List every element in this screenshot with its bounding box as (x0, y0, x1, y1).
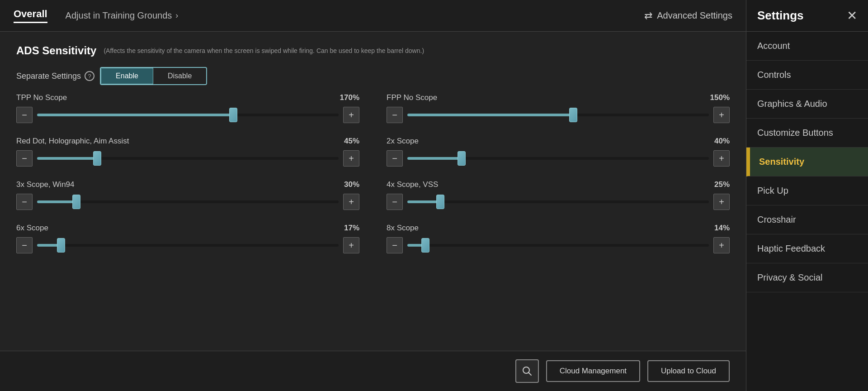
slider-value: 45% (344, 137, 359, 146)
sidebar-item-sensitivity[interactable]: Sensitivity (746, 148, 868, 176)
sidebar-item-crosshair[interactable]: Crosshair (746, 205, 868, 234)
slider-thumb[interactable] (57, 238, 65, 253)
slider-increase-btn[interactable]: + (713, 194, 730, 210)
slider-track[interactable] (37, 114, 339, 116)
advanced-settings-btn[interactable]: ⇄ Advanced Settings (644, 10, 732, 22)
chevron-right-icon: › (175, 11, 178, 20)
sidebar-item-pick-up[interactable]: Pick Up (746, 176, 868, 205)
slider-increase-btn[interactable]: + (713, 150, 730, 167)
slider-increase-btn[interactable]: + (343, 237, 359, 253)
slider-item: 6x Scope 17% − + (16, 224, 359, 253)
slider-increase-btn[interactable]: + (343, 194, 359, 210)
sidebar: Settings ✕ AccountControlsGraphics & Aud… (746, 0, 868, 391)
slider-header: 2x Scope 40% (387, 137, 730, 146)
sidebar-item-account[interactable]: Account (746, 32, 868, 61)
disable-toggle[interactable]: Disable (153, 68, 206, 84)
slider-thumb[interactable] (229, 108, 237, 122)
slider-decrease-btn[interactable]: − (16, 107, 33, 123)
sidebar-item-graphics---audio[interactable]: Graphics & Audio (746, 90, 868, 119)
slider-item: 8x Scope 14% − + (387, 224, 730, 253)
sidebar-item-customize-buttons[interactable]: Customize Buttons (746, 119, 868, 148)
tab-overall[interactable]: Overall (14, 8, 47, 23)
slider-item: TPP No Scope 170% − + (16, 93, 359, 123)
slider-track[interactable] (407, 114, 709, 116)
slider-track[interactable] (407, 200, 709, 203)
separate-settings-row: Separate Settings ? Enable Disable (16, 67, 730, 85)
slider-track[interactable] (37, 200, 339, 203)
slider-row: − + (16, 237, 359, 253)
sidebar-header: Settings ✕ (746, 0, 868, 32)
enable-toggle[interactable]: Enable (101, 68, 153, 84)
search-button[interactable] (515, 359, 539, 383)
sidebar-items-container: AccountControlsGraphics & AudioCustomize… (746, 32, 868, 292)
section-title: ADS Sensitivity (Affects the sensitivity… (16, 44, 730, 57)
sidebar-item-haptic-feedback[interactable]: Haptic Feedback (746, 234, 868, 263)
info-icon[interactable]: ? (85, 71, 94, 81)
slider-track[interactable] (37, 157, 339, 160)
slider-row: − + (16, 194, 359, 210)
slider-label: 3x Scope, Win94 (16, 180, 75, 189)
slider-thumb[interactable] (458, 151, 466, 166)
slider-increase-btn[interactable]: + (713, 237, 730, 253)
slider-label: TPP No Scope (16, 93, 67, 102)
slider-decrease-btn[interactable]: − (16, 150, 33, 167)
slider-track[interactable] (407, 157, 709, 160)
svg-line-1 (528, 373, 531, 376)
slider-increase-btn[interactable]: + (343, 150, 359, 167)
slider-value: 40% (714, 137, 730, 146)
slider-decrease-btn[interactable]: − (387, 194, 403, 210)
slider-value: 170% (340, 93, 359, 102)
slider-thumb[interactable] (72, 195, 80, 209)
slider-header: 4x Scope, VSS 25% (387, 180, 730, 189)
slider-decrease-btn[interactable]: − (387, 237, 403, 253)
sidebar-title: Settings (757, 9, 804, 23)
slider-decrease-btn[interactable]: − (387, 107, 403, 123)
slider-thumb[interactable] (421, 238, 429, 253)
slider-track[interactable] (407, 244, 709, 247)
slider-value: 30% (344, 180, 359, 189)
slider-item: 2x Scope 40% − + (387, 137, 730, 167)
separate-settings-label: Separate Settings ? (16, 71, 94, 81)
slider-header: 8x Scope 14% (387, 224, 730, 233)
slider-header: Red Dot, Holographic, Aim Assist 45% (16, 137, 359, 146)
slider-header: 3x Scope, Win94 30% (16, 180, 359, 189)
close-button[interactable]: ✕ (847, 10, 857, 22)
slider-label: 4x Scope, VSS (387, 180, 438, 189)
bottom-bar: Cloud Management Upload to Cloud (0, 351, 746, 391)
slider-track[interactable] (37, 244, 339, 247)
upload-to-cloud-button[interactable]: Upload to Cloud (647, 360, 730, 382)
slider-decrease-btn[interactable]: − (387, 150, 403, 167)
toggle-group: Enable Disable (100, 67, 207, 85)
slider-value: 14% (714, 224, 730, 233)
slider-decrease-btn[interactable]: − (16, 194, 33, 210)
slider-row: − + (387, 194, 730, 210)
slider-item: FPP No Scope 150% − + (387, 93, 730, 123)
slider-row: − + (387, 107, 730, 123)
sidebar-item-privacy---social[interactable]: Privacy & Social (746, 263, 868, 292)
slider-label: 2x Scope (387, 137, 419, 146)
slider-value: 150% (710, 93, 730, 102)
slider-decrease-btn[interactable]: − (16, 237, 33, 253)
slider-item: 4x Scope, VSS 25% − + (387, 180, 730, 210)
slider-row: − + (387, 237, 730, 253)
slider-value: 17% (344, 224, 359, 233)
sidebar-item-controls[interactable]: Controls (746, 61, 868, 90)
cloud-management-button[interactable]: Cloud Management (546, 360, 640, 382)
slider-increase-btn[interactable]: + (343, 107, 359, 123)
slider-thumb[interactable] (569, 108, 577, 122)
slider-thumb[interactable] (93, 151, 101, 166)
slider-header: TPP No Scope 170% (16, 93, 359, 102)
main-content: Overall Adjust in Training Grounds › ⇄ A… (0, 0, 746, 391)
top-nav: Overall Adjust in Training Grounds › ⇄ A… (0, 0, 746, 32)
swap-icon: ⇄ (644, 10, 652, 22)
slider-label: 8x Scope (387, 224, 419, 233)
slider-header: 6x Scope 17% (16, 224, 359, 233)
slider-row: − + (16, 150, 359, 167)
slider-increase-btn[interactable]: + (713, 107, 730, 123)
content-area: ADS Sensitivity (Affects the sensitivity… (0, 32, 746, 351)
slider-thumb[interactable] (436, 195, 444, 209)
slider-row: − + (387, 150, 730, 167)
slider-item: 3x Scope, Win94 30% − + (16, 180, 359, 210)
slider-row: − + (16, 107, 359, 123)
tab-training[interactable]: Adjust in Training Grounds › (66, 10, 179, 21)
